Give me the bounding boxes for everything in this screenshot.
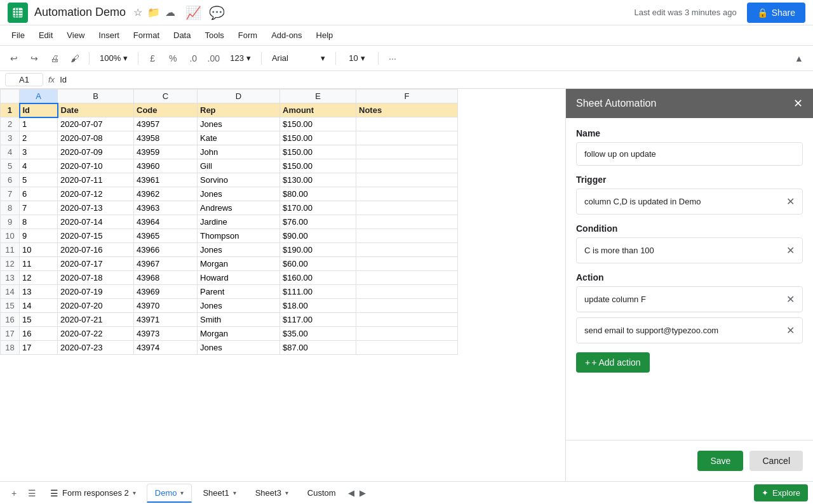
cell-C3[interactable]: 43958 [134,131,198,145]
cell-b1[interactable]: Date [58,103,134,117]
cell-A4[interactable]: 3 [20,145,58,159]
cell-E4[interactable]: $150.00 [280,145,356,159]
cell-D5[interactable]: Gill [198,159,280,173]
cell-F14[interactable] [356,285,458,299]
cell-D6[interactable]: Sorvino [198,173,280,187]
cell-D4[interactable]: John [198,145,280,159]
cell-D18[interactable]: Jones [198,341,280,355]
cell-C12[interactable]: 43967 [134,257,198,271]
dec-decrease-button[interactable]: .0 [184,50,202,67]
more-button[interactable]: ··· [384,50,401,67]
currency-button[interactable]: £ [144,50,161,67]
cell-F3[interactable] [356,131,458,145]
cell-E12[interactable]: $60.00 [280,257,356,271]
cell-D17[interactable]: Morgan [198,327,280,341]
cell-E8[interactable]: $170.00 [280,201,356,215]
format-dropdown[interactable]: 123 ▾ [225,52,256,64]
tab-next-button[interactable]: ▶ [357,486,368,500]
menu-format[interactable]: Format [127,28,166,43]
cell-E10[interactable]: $90.00 [280,229,356,243]
cell-f1[interactable]: Notes [356,103,458,117]
cell-E7[interactable]: $80.00 [280,187,356,201]
cell-A3[interactable]: 2 [20,131,58,145]
collapse-toolbar-button[interactable]: ▲ [790,50,808,67]
folder-icon[interactable]: 📁 [147,6,160,18]
cell-D9[interactable]: Jardine [198,215,280,229]
font-dropdown[interactable]: Arial ▾ [267,52,330,64]
action2-field[interactable]: send email to support@typezoo.com ✕ [576,317,803,343]
action1-field[interactable]: update column F ✕ [576,286,803,312]
cell-E5[interactable]: $150.00 [280,159,356,173]
cell-E15[interactable]: $18.00 [280,299,356,313]
menu-addons[interactable]: Add-ons [265,28,308,43]
action1-remove-button[interactable]: ✕ [786,293,795,305]
cell-E6[interactable]: $130.00 [280,173,356,187]
cell-B10[interactable]: 2020-07-15 [58,229,134,243]
cell-C10[interactable]: 43965 [134,229,198,243]
col-header-c[interactable]: C [134,90,198,103]
cell-B7[interactable]: 2020-07-12 [58,187,134,201]
tab-prev-button[interactable]: ◀ [346,486,357,500]
tab-sheet1[interactable]: Sheet1 ▾ [194,484,244,503]
cell-B5[interactable]: 2020-07-10 [58,159,134,173]
cell-e1[interactable]: Amount [280,103,356,117]
zoom-dropdown[interactable]: 100% ▾ [95,52,133,64]
cell-C13[interactable]: 43968 [134,271,198,285]
cell-F15[interactable] [356,299,458,313]
cell-A7[interactable]: 6 [20,187,58,201]
menu-form[interactable]: Form [232,28,264,43]
comment-icon[interactable]: 💬 [209,5,225,20]
menu-help[interactable]: Help [310,28,340,43]
cell-C15[interactable]: 43970 [134,299,198,313]
col-header-d[interactable]: D [198,90,280,103]
cell-E14[interactable]: $111.00 [280,285,356,299]
action2-remove-button[interactable]: ✕ [786,324,795,336]
cell-F16[interactable] [356,313,458,327]
panel-close-button[interactable]: ✕ [793,96,803,110]
cell-C8[interactable]: 43963 [134,201,198,215]
cell-F10[interactable] [356,229,458,243]
undo-button[interactable]: ↩ [5,50,23,67]
cell-E9[interactable]: $76.00 [280,215,356,229]
condition-field[interactable]: C is more than 100 ✕ [576,237,803,263]
menu-view[interactable]: View [60,28,91,43]
cell-reference[interactable]: A1 [5,73,43,86]
cell-C5[interactable]: 43960 [134,159,198,173]
cell-B16[interactable]: 2020-07-21 [58,313,134,327]
cell-D7[interactable]: Jones [198,187,280,201]
cell-E13[interactable]: $160.00 [280,271,356,285]
cell-C4[interactable]: 43959 [134,145,198,159]
col-header-a[interactable]: A [20,90,58,103]
cell-F17[interactable] [356,327,458,341]
cell-E2[interactable]: $150.00 [280,117,356,131]
tab-demo[interactable]: Demo ▾ [147,484,192,503]
explore-button[interactable]: ✦ Explore [754,484,808,501]
cell-C6[interactable]: 43961 [134,173,198,187]
cell-C2[interactable]: 43957 [134,117,198,131]
cell-C7[interactable]: 43962 [134,187,198,201]
cell-C18[interactable]: 43974 [134,341,198,355]
tab-form-responses[interactable]: ☰ Form responses 2 ▾ [42,484,144,503]
cell-B12[interactable]: 2020-07-17 [58,257,134,271]
cell-F4[interactable] [356,145,458,159]
tab-sheet3-arrow[interactable]: ▾ [285,489,288,496]
cell-F8[interactable] [356,201,458,215]
cell-A12[interactable]: 11 [20,257,58,271]
cell-A14[interactable]: 13 [20,285,58,299]
dec-increase-button[interactable]: .00 [205,50,222,67]
cell-D2[interactable]: Jones [198,117,280,131]
spreadsheet[interactable]: A B C D E F 1 Id Date Code Re [0,89,565,481]
trend-icon[interactable]: 📈 [185,5,201,20]
cell-F9[interactable] [356,215,458,229]
name-field[interactable]: follow up on update [576,142,803,166]
save-button[interactable]: Save [697,451,743,471]
cell-B14[interactable]: 2020-07-19 [58,285,134,299]
cell-F12[interactable] [356,257,458,271]
cell-D12[interactable]: Morgan [198,257,280,271]
cell-C9[interactable]: 43964 [134,215,198,229]
add-action-button[interactable]: + + Add action [576,352,650,373]
cell-A17[interactable]: 16 [20,327,58,341]
cell-B17[interactable]: 2020-07-22 [58,327,134,341]
cell-E16[interactable]: $117.00 [280,313,356,327]
cell-d1[interactable]: Rep [198,103,280,117]
